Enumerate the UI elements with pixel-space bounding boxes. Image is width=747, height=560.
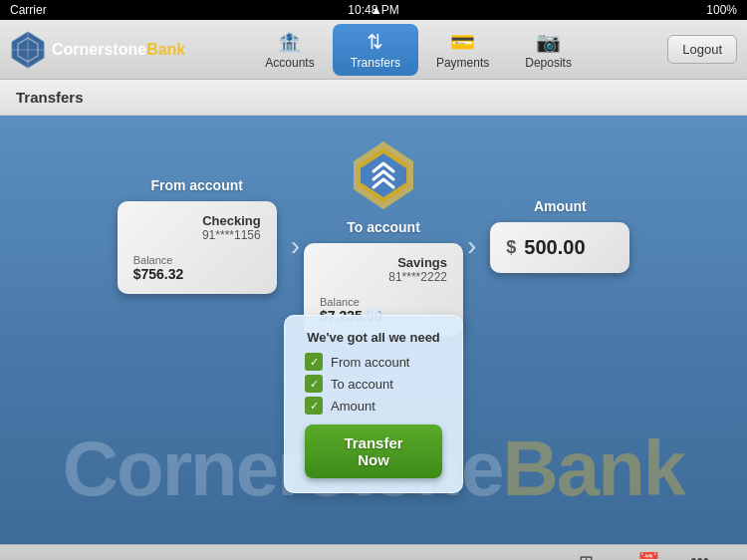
tab-accounts[interactable]: 🏦 Accounts bbox=[247, 24, 332, 76]
calendar-icon: 📅 bbox=[637, 551, 659, 561]
tab-deposits-label: Deposits bbox=[525, 56, 572, 70]
bottom-bar: Member FDIC ⊞ Calculator 📅 Calendar ••• … bbox=[0, 544, 747, 560]
bottom-tab-more[interactable]: ••• More bbox=[688, 551, 711, 561]
transfers-icon: ⇅ bbox=[367, 30, 383, 54]
from-account-card[interactable]: Checking 91****1156 Balance $756.32 bbox=[118, 201, 277, 294]
bg-bank: Bank bbox=[503, 423, 685, 514]
more-icon: ••• bbox=[690, 551, 709, 561]
page-title: Transfers bbox=[16, 89, 84, 106]
bottom-tab-calculator[interactable]: ⊞ Calculator bbox=[564, 551, 609, 561]
logo-text: CornerstoneBank bbox=[52, 41, 185, 59]
tab-transfers-label: Transfers bbox=[351, 56, 400, 70]
check-amount-icon: ✓ bbox=[305, 397, 323, 415]
arrow-right-2: › bbox=[467, 230, 476, 262]
confirmation-item-from: ✓ From account bbox=[305, 353, 442, 371]
amount-card[interactable]: $ 500.00 bbox=[490, 222, 629, 273]
carrier-label: Carrier bbox=[10, 3, 47, 17]
status-bar: Carrier ▲ 10:48 PM 100% bbox=[0, 0, 747, 20]
logo: CornerstoneBank bbox=[10, 30, 185, 70]
tab-payments[interactable]: 💳 Payments bbox=[418, 24, 507, 76]
confirmation-from-label: From account bbox=[331, 355, 409, 370]
confirmation-title: We've got all we need bbox=[305, 330, 442, 345]
from-account-name: Checking bbox=[133, 213, 261, 228]
center-section: To account Savings 81****2222 Balance $7… bbox=[304, 136, 463, 336]
payments-icon: 💳 bbox=[450, 30, 475, 54]
nav-tabs: 🏦 Accounts ⇅ Transfers 💳 Payments 📷 Depo… bbox=[169, 24, 667, 76]
from-balance-label: Balance bbox=[133, 254, 261, 266]
tab-transfers[interactable]: ⇅ Transfers bbox=[333, 24, 418, 76]
to-account-number: 81****2222 bbox=[320, 270, 447, 284]
check-to-icon: ✓ bbox=[305, 375, 323, 393]
battery-label: 100% bbox=[706, 3, 737, 17]
bottom-tab-calendar[interactable]: 📅 Calendar bbox=[628, 551, 669, 561]
logo-area: CornerstoneBank bbox=[10, 30, 169, 70]
confirmation-to-label: To account bbox=[331, 377, 393, 392]
transfer-now-button[interactable]: Transfer Now bbox=[305, 424, 442, 478]
transfer-logo-icon bbox=[339, 136, 428, 215]
to-account-label: To account bbox=[347, 219, 420, 235]
logo-icon bbox=[10, 30, 46, 70]
to-balance-label: Balance bbox=[320, 296, 447, 308]
bottom-tabs: ⊞ Calculator 📅 Calendar ••• More bbox=[564, 551, 711, 561]
from-account-number: 91****1156 bbox=[133, 228, 261, 242]
arrow-right-1: › bbox=[291, 230, 300, 262]
tab-deposits[interactable]: 📷 Deposits bbox=[507, 24, 590, 76]
amount-section: Amount $ 500.00 bbox=[480, 198, 639, 273]
amount-currency: $ bbox=[506, 237, 516, 258]
from-account-section: From account Checking 91****1156 Balance… bbox=[108, 177, 287, 294]
confirmation-box: We've got all we need ✓ From account ✓ T… bbox=[284, 315, 463, 493]
tab-accounts-label: Accounts bbox=[265, 56, 314, 70]
from-balance-value: $756.32 bbox=[133, 266, 261, 282]
confirmation-item-amount: ✓ Amount bbox=[305, 397, 442, 415]
main-content: CornerstoneBank From account Checking 91… bbox=[0, 116, 747, 544]
accounts-icon: 🏦 bbox=[277, 30, 302, 54]
from-account-label: From account bbox=[150, 177, 243, 193]
transfer-row: From account Checking 91****1156 Balance… bbox=[0, 116, 747, 336]
amount-value: 500.00 bbox=[524, 236, 585, 259]
check-from-icon: ✓ bbox=[305, 353, 323, 371]
confirmation-amount-label: Amount bbox=[331, 399, 375, 414]
confirmation-item-to: ✓ To account bbox=[305, 375, 442, 393]
breadcrumb: Transfers bbox=[0, 80, 747, 116]
time-label: 10:48 PM bbox=[348, 3, 398, 17]
deposits-icon: 📷 bbox=[536, 30, 561, 54]
calculator-icon: ⊞ bbox=[579, 551, 594, 561]
amount-label: Amount bbox=[534, 198, 587, 214]
tab-payments-label: Payments bbox=[436, 56, 489, 70]
top-nav: CornerstoneBank 🏦 Accounts ⇅ Transfers 💳… bbox=[0, 20, 747, 80]
to-account-name: Savings bbox=[320, 255, 447, 270]
logout-button[interactable]: Logout bbox=[667, 35, 737, 64]
